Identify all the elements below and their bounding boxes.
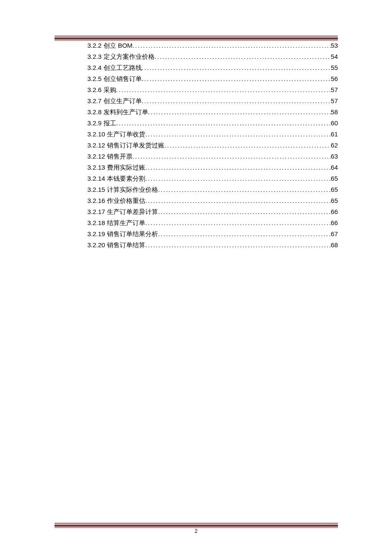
- toc-leader-dots: [145, 217, 331, 228]
- toc-entry: 3.2.9 报工60: [87, 118, 338, 129]
- toc-entry-page: 54: [331, 51, 338, 62]
- toc-entry-label: 3.2.20 销售订单结算: [87, 240, 145, 251]
- toc-entry-label: 3.2.5 创立销售订单: [87, 73, 142, 84]
- toc-entry: 3.2.15 计算实际作业价格65: [87, 184, 338, 195]
- toc-entry-label: 3.2.13 费用实际过账: [87, 162, 145, 173]
- toc-leader-dots: [116, 84, 331, 95]
- toc-entry-label: 3.2.19 销售订单结果分析: [87, 228, 158, 240]
- toc-entry: 3.2.14 本钱要素分割65: [87, 173, 338, 184]
- toc-entry-page: 68: [331, 240, 338, 251]
- toc-entry: 3.2.17 生产订单差异计算66: [87, 206, 338, 217]
- toc-entry-label: 3.2.14 本钱要素分割: [87, 173, 145, 184]
- toc-entry-page: 67: [331, 228, 338, 240]
- toc-entry-label: 3.2.15 计算实际作业价格: [87, 184, 158, 195]
- table-of-contents: 3.2.2 创立 BOM 533.2.3 定义方案作业价格543.2.4 创立工…: [87, 40, 338, 251]
- toc-entry-page: 55: [331, 62, 338, 73]
- toc-entry: 3.2.19 销售订单结果分析67: [87, 228, 338, 240]
- toc-entry-page: 66: [331, 217, 338, 228]
- toc-leader-dots: [145, 240, 331, 251]
- toc-entry-label: 3.2.4 创立工艺路线: [87, 62, 142, 73]
- toc-leader-dots: [116, 118, 331, 129]
- toc-entry: 3.2.10 生产订单收货61: [87, 129, 338, 140]
- toc-leader-dots: [142, 95, 331, 107]
- toc-entry: 3.2.12 销售开票63: [87, 151, 338, 162]
- toc-leader-dots: [155, 51, 331, 62]
- toc-entry-label: 3.2.12 销售订订单发货过账: [87, 140, 164, 151]
- toc-entry-page: 66: [331, 206, 338, 217]
- toc-leader-dots: [145, 195, 331, 206]
- toc-entry-label: 3.2.10 生产订单收货: [87, 129, 145, 140]
- document-page: 3.2.2 创立 BOM 533.2.3 定义方案作业价格543.2.4 创立工…: [0, 0, 392, 555]
- toc-leader-dots: [133, 151, 331, 162]
- toc-entry-page: 62: [331, 140, 338, 151]
- toc-entry-label: 3.2.18 结算生产订单: [87, 217, 145, 228]
- toc-entry: 3.2.5 创立销售订单56: [87, 73, 338, 84]
- toc-entry: 3.2.7 创立生产订单57: [87, 95, 338, 107]
- toc-entry-label: 3.2.16 作业价格重估: [87, 195, 145, 206]
- toc-entry-page: 63: [331, 151, 338, 162]
- toc-leader-dots: [142, 73, 331, 84]
- toc-entry-label: 3.2.3 定义方案作业价格: [87, 51, 155, 62]
- toc-entry: 3.2.13 费用实际过账64: [87, 162, 338, 173]
- toc-entry: 3.2.6 采购57: [87, 84, 338, 95]
- toc-entry: 3.2.16 作业价格重估65: [87, 195, 338, 206]
- toc-entry-label: 3.2.7 创立生产订单: [87, 95, 142, 107]
- toc-entry-label: 3.2.9 报工: [87, 118, 116, 129]
- toc-entry-label: 3.2.17 生产订单差异计算: [87, 206, 158, 217]
- toc-entry-label: 3.2.12 销售开票: [87, 151, 133, 162]
- toc-leader-dots: [158, 184, 331, 195]
- toc-leader-dots: [133, 40, 331, 51]
- toc-entry-page: 57: [331, 95, 338, 107]
- toc-leader-dots: [145, 129, 331, 140]
- toc-entry: 3.2.3 定义方案作业价格54: [87, 51, 338, 62]
- toc-entry: 3.2.2 创立 BOM 53: [87, 40, 338, 51]
- toc-leader-dots: [145, 173, 331, 184]
- page-number: 2: [0, 528, 392, 534]
- toc-entry-page: 60: [331, 118, 338, 129]
- toc-entry-label: 3.2.6 采购: [87, 84, 116, 95]
- toc-leader-dots: [158, 206, 331, 217]
- toc-entry: 3.2.8 发料到生产订单58: [87, 107, 338, 118]
- toc-leader-dots: [148, 107, 331, 118]
- toc-entry-page: 64: [331, 162, 338, 173]
- toc-entry-page: 61: [331, 129, 338, 140]
- toc-entry: 3.2.4 创立工艺路线55: [87, 62, 338, 73]
- toc-entry-page: 65: [331, 184, 338, 195]
- toc-leader-dots: [158, 228, 331, 240]
- toc-entry: 3.2.20 销售订单结算68: [87, 240, 338, 251]
- toc-entry-page: 65: [331, 195, 338, 206]
- toc-entry-page: 53: [331, 40, 338, 51]
- toc-entry: 3.2.12 销售订订单发货过账62: [87, 140, 338, 151]
- toc-entry-label: 3.2.2 创立 BOM: [87, 40, 133, 51]
- toc-entry: 3.2.18 结算生产订单66: [87, 217, 338, 228]
- toc-entry-label: 3.2.8 发料到生产订单: [87, 107, 148, 118]
- toc-leader-dots: [164, 140, 331, 151]
- toc-entry-page: 56: [331, 73, 338, 84]
- toc-entry-page: 58: [331, 107, 338, 118]
- toc-entry-page: 57: [331, 84, 338, 95]
- toc-entry-page: 65: [331, 173, 338, 184]
- toc-leader-dots: [142, 62, 331, 73]
- toc-leader-dots: [145, 162, 331, 173]
